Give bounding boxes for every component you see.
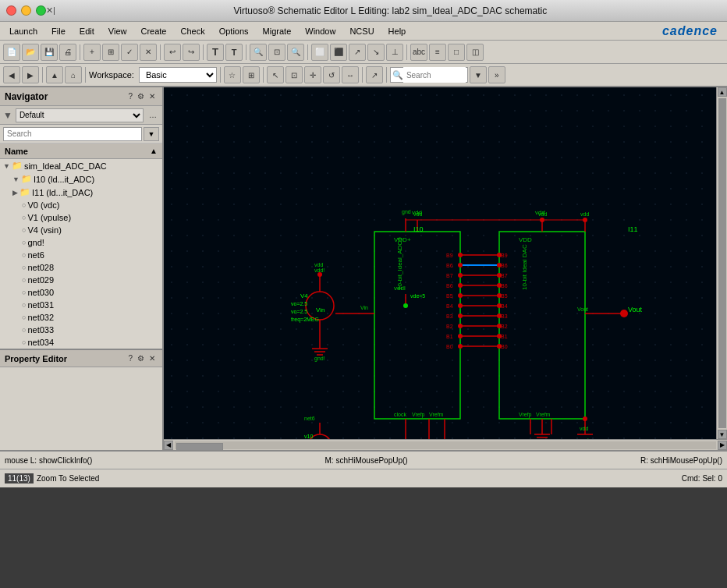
search-more-button[interactable]: » xyxy=(488,66,505,83)
nav-home-button[interactable]: ⌂ xyxy=(65,66,82,83)
menu-check[interactable]: Check xyxy=(174,25,211,37)
prop-help-button[interactable]: ? xyxy=(126,353,135,363)
menu-ncsu[interactable]: NCSU xyxy=(343,25,380,37)
prop-settings-button[interactable]: ⚙ xyxy=(135,353,147,363)
scroll-left-button[interactable]: ◀ xyxy=(164,441,173,450)
toolbar-icon-g[interactable]: ≡ xyxy=(429,44,446,61)
svg-text:v10: v10 xyxy=(304,434,313,439)
tree-item-v0[interactable]: ○ V0 (vdc) xyxy=(0,199,162,211)
toolbar-icon-c[interactable]: ↗ xyxy=(349,44,366,61)
toolbar-icon-t2[interactable]: T xyxy=(225,44,243,61)
zoom-area-button[interactable]: ⊡ xyxy=(268,44,285,61)
layout-button[interactable]: ⊞ xyxy=(243,66,260,83)
scroll-down-button[interactable]: ▼ xyxy=(718,430,727,439)
nav-back-button[interactable]: ◀ xyxy=(3,66,20,83)
tree-item-i11[interactable]: ▶ 📁 I11 (ld...it_DAC) xyxy=(0,186,162,199)
nav-settings-button[interactable]: ⚙ xyxy=(135,91,147,101)
move-tool[interactable]: ✛ xyxy=(304,66,321,83)
menu-bar: Launch File Edit View Create Check Optio… xyxy=(0,22,727,41)
search-options-button[interactable]: ▼ xyxy=(470,66,487,83)
vertical-scrollbar[interactable]: ▲ ▼ xyxy=(716,87,727,439)
horizontal-scrollbar[interactable]: ◀ ▶ xyxy=(164,439,727,450)
select-tool[interactable]: ↖ xyxy=(267,66,284,83)
filter-options-button[interactable]: … xyxy=(147,110,159,120)
filter-select[interactable]: Default xyxy=(16,108,144,122)
search-input[interactable] xyxy=(403,67,466,83)
rotate-tool[interactable]: ↺ xyxy=(323,66,340,83)
nav-up-button[interactable]: ▲ xyxy=(46,66,63,83)
zoom-out-button[interactable]: 🔍 xyxy=(287,44,304,61)
tree-item-v1[interactable]: ○ V1 (vpulse) xyxy=(0,211,162,224)
nav-search-go-button[interactable]: ▼ xyxy=(144,127,159,141)
toolbar-icon-8[interactable]: ✕ xyxy=(140,44,157,61)
toolbar-icon-h[interactable]: □ xyxy=(448,44,465,61)
hscroll-thumb[interactable] xyxy=(176,443,223,451)
tree-item-gnd[interactable]: ○ gnd! xyxy=(0,236,162,249)
toolbar-icon-e[interactable]: ⊥ xyxy=(386,44,403,61)
deselect-tool[interactable]: ↗ xyxy=(366,66,383,83)
svg-text:vdd: vdd xyxy=(580,426,588,431)
undo-button[interactable]: ↩ xyxy=(164,44,181,61)
nav-search-input[interactable] xyxy=(3,127,142,141)
menu-launch[interactable]: Launch xyxy=(3,25,44,37)
close-button[interactable] xyxy=(6,5,16,16)
menu-edit[interactable]: Edit xyxy=(73,25,101,37)
redo-button[interactable]: ↪ xyxy=(183,44,200,61)
nav-close-button[interactable]: ✕ xyxy=(147,91,158,101)
window-controls[interactable] xyxy=(6,5,46,16)
toolbar-icon-b[interactable]: ⬛ xyxy=(330,44,347,61)
toolbar-icon-a[interactable]: ⬜ xyxy=(311,44,328,61)
tree-item-net031[interactable]: ○ net031 xyxy=(0,299,162,311)
toolbar-icon-d[interactable]: ↘ xyxy=(367,44,385,61)
maximize-button[interactable] xyxy=(36,5,46,16)
tree-item-net033[interactable]: ○ net033 xyxy=(0,324,162,336)
print-button[interactable]: 🖨 xyxy=(59,44,76,61)
menu-help[interactable]: Help xyxy=(382,25,413,37)
menu-window[interactable]: Window xyxy=(299,25,342,37)
menu-file[interactable]: File xyxy=(45,25,72,37)
prop-close-button[interactable]: ✕ xyxy=(147,353,158,363)
schematic-with-scrollbar: 10-bit_Ideal_ADC0 VDD+ vdd Vin Vin xyxy=(164,87,727,439)
tree-item-v4[interactable]: ○ V4 (vsin) xyxy=(0,224,162,236)
hscroll-track[interactable] xyxy=(175,441,716,449)
toolbar-icon-5[interactable]: + xyxy=(83,44,101,61)
toolbar-icon-7[interactable]: ✓ xyxy=(121,44,138,61)
toolbar-icon-i[interactable]: ◫ xyxy=(466,44,484,61)
menu-options[interactable]: Options xyxy=(213,25,255,37)
toolbar-icon-t1[interactable]: T xyxy=(207,44,224,61)
save-button[interactable]: 💾 xyxy=(41,44,58,61)
menu-view[interactable]: View xyxy=(102,25,133,37)
zoom-count-badge: 11(13) xyxy=(5,473,34,484)
workspace-select[interactable]: Basic Advanced xyxy=(139,67,217,83)
svg-text:B3: B3 xyxy=(446,313,453,319)
toolbar-icon-6[interactable]: ⊞ xyxy=(102,44,119,61)
svg-text:freq=2MEG: freq=2MEG xyxy=(291,317,319,323)
nav-help-button[interactable]: ? xyxy=(126,91,135,101)
zoom-in-button[interactable]: 🔍 xyxy=(250,44,267,61)
tree-item-net032[interactable]: ○ net032 xyxy=(0,311,162,324)
select-area-tool[interactable]: ⊡ xyxy=(285,66,303,83)
menu-migrate[interactable]: Migrate xyxy=(257,25,298,37)
tree-item-net6[interactable]: ○ net6 xyxy=(0,249,162,261)
minimize-button[interactable] xyxy=(21,5,31,16)
scroll-up-button[interactable]: ▲ xyxy=(718,87,727,97)
tree-item-net028[interactable]: ○ net028 xyxy=(0,261,162,274)
tree-item-i10[interactable]: ▼ 📁 I10 (ld...it_ADC) xyxy=(0,172,162,186)
bookmark-button[interactable]: ☆ xyxy=(224,66,241,83)
tree-item-net034[interactable]: ○ net034 xyxy=(0,336,162,349)
stretch-tool[interactable]: ↔ xyxy=(342,66,359,83)
menu-create[interactable]: Create xyxy=(134,25,172,37)
schematic-canvas[interactable]: 10-bit_Ideal_ADC0 VDD+ vdd Vin Vin xyxy=(164,87,716,439)
toolbar-icon-f[interactable]: abc xyxy=(410,44,427,61)
open-file-button[interactable]: 📂 xyxy=(22,44,39,61)
nav-fwd-button[interactable]: ▶ xyxy=(22,66,39,83)
scroll-right-button[interactable]: ▶ xyxy=(718,441,727,450)
tree-item-net029[interactable]: ○ net029 xyxy=(0,274,162,286)
svg-text:vdd!: vdd! xyxy=(314,267,324,273)
folder-icon-i11: 📁 xyxy=(20,187,30,197)
tree-item-root[interactable]: ▼ 📁 sim_Ideal_ADC_DAC xyxy=(0,159,162,172)
svg-text:B1: B1 xyxy=(446,334,453,339)
new-file-button[interactable]: 📄 xyxy=(3,44,20,61)
tree-item-net030[interactable]: ○ net030 xyxy=(0,286,162,299)
scroll-thumb[interactable] xyxy=(718,98,726,428)
